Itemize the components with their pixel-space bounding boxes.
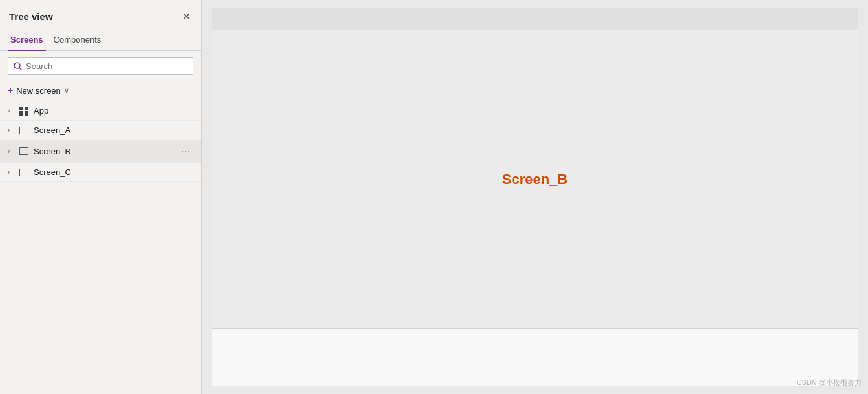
screen-icon <box>18 168 30 177</box>
screen-b-label: Screen_B <box>34 147 178 156</box>
plus-icon: + <box>8 85 13 96</box>
svg-line-1 <box>19 68 22 70</box>
tree-item-screen-c[interactable]: › Screen_C <box>0 163 201 182</box>
screen-icon <box>18 147 30 156</box>
canvas-body[interactable]: Screen_B <box>212 30 858 328</box>
chevron-down-icon: ∨ <box>64 87 69 95</box>
search-input[interactable] <box>26 61 187 71</box>
more-options-button[interactable]: ··· <box>178 145 193 158</box>
search-icon <box>14 62 22 70</box>
sidebar-search-area <box>0 51 201 80</box>
tab-components[interactable]: Components <box>51 31 104 51</box>
close-button[interactable]: ✕ <box>180 9 193 24</box>
sidebar: Tree view ✕ Screens Components + New scr… <box>0 0 202 394</box>
tree-items-list: › App › Screen_A › Screen_B ··· <box>0 101 201 394</box>
screen-c-label: Screen_C <box>34 167 193 177</box>
chevron-icon: › <box>8 127 17 134</box>
screen-icon <box>18 126 30 135</box>
chevron-icon: › <box>8 169 17 176</box>
tree-item-screen-a[interactable]: › Screen_A <box>0 121 201 140</box>
screen-a-label: Screen_A <box>34 125 193 135</box>
sidebar-tabs: Screens Components <box>0 30 201 51</box>
sidebar-header: Tree view ✕ <box>0 0 201 30</box>
new-screen-button[interactable]: + New screen ∨ <box>0 80 201 101</box>
sidebar-title: Tree view <box>9 11 53 22</box>
canvas-top-bar <box>212 8 858 30</box>
app-label: App <box>34 106 193 116</box>
chevron-icon: › <box>8 107 17 114</box>
canvas-bottom-bar <box>212 328 858 386</box>
tree-item-screen-b[interactable]: › Screen_B ··· <box>0 140 201 163</box>
search-box <box>8 57 193 75</box>
watermark: CSDN @小松很努力 <box>797 378 862 388</box>
tab-screens[interactable]: Screens <box>8 31 46 51</box>
app-icon <box>18 107 30 116</box>
main-canvas-area: Screen_B <box>202 0 868 394</box>
canvas-screen-label: Screen_B <box>502 171 568 188</box>
new-screen-label: New screen <box>16 86 61 96</box>
canvas-wrapper: Screen_B <box>212 8 858 386</box>
tree-item-app[interactable]: › App <box>0 101 201 121</box>
chevron-icon: › <box>8 148 17 155</box>
